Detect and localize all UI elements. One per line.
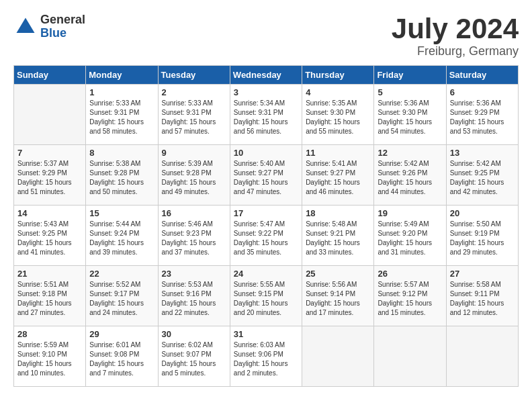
- calendar-cell: 9Sunrise: 5:39 AM Sunset: 9:28 PM Daylig…: [158, 145, 230, 205]
- header-tuesday: Tuesday: [158, 66, 230, 85]
- header-monday: Monday: [86, 66, 158, 85]
- day-number: 29: [89, 329, 154, 339]
- day-info: Sunrise: 5:59 AM Sunset: 9:10 PM Dayligh…: [17, 340, 82, 378]
- calendar-cell: 12Sunrise: 5:42 AM Sunset: 9:26 PM Dayli…: [374, 145, 446, 205]
- day-number: 17: [234, 208, 298, 218]
- logo-blue: Blue: [40, 27, 85, 40]
- day-info: Sunrise: 5:33 AM Sunset: 9:31 PM Dayligh…: [89, 99, 154, 136]
- calendar-cell: 4Sunrise: 5:35 AM Sunset: 9:30 PM Daylig…: [302, 85, 374, 145]
- calendar-week-3: 14Sunrise: 5:43 AM Sunset: 9:25 PM Dayli…: [14, 205, 519, 266]
- day-number: 18: [306, 208, 370, 218]
- day-info: Sunrise: 5:36 AM Sunset: 9:29 PM Dayligh…: [450, 99, 515, 136]
- day-info: Sunrise: 5:50 AM Sunset: 9:19 PM Dayligh…: [450, 220, 515, 257]
- calendar-cell: 21Sunrise: 5:51 AM Sunset: 9:18 PM Dayli…: [14, 266, 86, 326]
- day-info: Sunrise: 5:36 AM Sunset: 9:30 PM Dayligh…: [378, 99, 442, 136]
- day-info: Sunrise: 5:38 AM Sunset: 9:28 PM Dayligh…: [89, 159, 154, 197]
- calendar-cell: 5Sunrise: 5:36 AM Sunset: 9:30 PM Daylig…: [374, 85, 446, 145]
- day-number: 27: [450, 269, 515, 279]
- day-info: Sunrise: 5:57 AM Sunset: 9:12 PM Dayligh…: [378, 280, 442, 318]
- day-info: Sunrise: 5:37 AM Sunset: 9:29 PM Dayligh…: [17, 159, 82, 197]
- day-info: Sunrise: 5:42 AM Sunset: 9:26 PM Dayligh…: [378, 159, 442, 197]
- day-number: 25: [306, 269, 370, 279]
- header-friday: Friday: [374, 66, 446, 85]
- day-number: 9: [162, 148, 226, 158]
- calendar-cell: [374, 326, 446, 387]
- calendar-cell: 13Sunrise: 5:42 AM Sunset: 9:25 PM Dayli…: [446, 145, 518, 205]
- calendar-cell: 29Sunrise: 6:01 AM Sunset: 9:08 PM Dayli…: [86, 326, 158, 387]
- day-info: Sunrise: 5:34 AM Sunset: 9:31 PM Dayligh…: [234, 99, 298, 136]
- logo-general: General: [40, 13, 85, 27]
- day-info: Sunrise: 5:48 AM Sunset: 9:21 PM Dayligh…: [306, 220, 370, 257]
- day-info: Sunrise: 5:52 AM Sunset: 9:17 PM Dayligh…: [89, 280, 154, 318]
- day-info: Sunrise: 5:42 AM Sunset: 9:25 PM Dayligh…: [450, 159, 515, 197]
- day-info: Sunrise: 6:02 AM Sunset: 9:07 PM Dayligh…: [162, 340, 226, 378]
- day-number: 24: [234, 269, 298, 279]
- page-header: General Blue July 2024 Freiburg, Germany: [13, 13, 519, 58]
- day-number: 28: [17, 329, 82, 339]
- day-info: Sunrise: 6:01 AM Sunset: 9:08 PM Dayligh…: [89, 340, 154, 378]
- day-number: 30: [162, 329, 226, 339]
- calendar-cell: 6Sunrise: 5:36 AM Sunset: 9:29 PM Daylig…: [446, 85, 518, 145]
- day-number: 3: [234, 87, 298, 97]
- calendar-week-1: 1Sunrise: 5:33 AM Sunset: 9:31 PM Daylig…: [14, 85, 519, 145]
- day-number: 23: [162, 269, 226, 279]
- calendar-cell: 25Sunrise: 5:56 AM Sunset: 9:14 PM Dayli…: [302, 266, 374, 326]
- day-info: Sunrise: 5:49 AM Sunset: 9:20 PM Dayligh…: [378, 220, 442, 257]
- day-number: 31: [234, 329, 298, 339]
- day-info: Sunrise: 5:35 AM Sunset: 9:30 PM Dayligh…: [306, 99, 370, 136]
- header-wednesday: Wednesday: [230, 66, 302, 85]
- day-info: Sunrise: 5:40 AM Sunset: 9:27 PM Dayligh…: [234, 159, 298, 197]
- day-info: Sunrise: 5:58 AM Sunset: 9:11 PM Dayligh…: [450, 280, 515, 318]
- calendar-week-2: 7Sunrise: 5:37 AM Sunset: 9:29 PM Daylig…: [14, 145, 519, 205]
- day-number: 26: [378, 269, 442, 279]
- calendar-cell: 24Sunrise: 5:55 AM Sunset: 9:15 PM Dayli…: [230, 266, 302, 326]
- day-info: Sunrise: 5:51 AM Sunset: 9:18 PM Dayligh…: [17, 280, 82, 318]
- header-thursday: Thursday: [302, 66, 374, 85]
- day-number: 11: [306, 148, 370, 158]
- logo-icon: [13, 15, 38, 39]
- calendar-table: SundayMondayTuesdayWednesdayThursdayFrid…: [13, 65, 519, 387]
- calendar-cell: 31Sunrise: 6:03 AM Sunset: 9:06 PM Dayli…: [230, 326, 302, 387]
- calendar-cell: [446, 326, 518, 387]
- calendar-title-block: July 2024 Freiburg, Germany: [392, 13, 519, 58]
- calendar-cell: [14, 85, 86, 145]
- day-number: 4: [306, 87, 370, 97]
- svg-marker-0: [17, 17, 35, 33]
- day-number: 10: [234, 148, 298, 158]
- day-number: 22: [89, 269, 154, 279]
- calendar-cell: 28Sunrise: 5:59 AM Sunset: 9:10 PM Dayli…: [14, 326, 86, 387]
- day-info: Sunrise: 6:03 AM Sunset: 9:06 PM Dayligh…: [234, 340, 298, 378]
- calendar-cell: 23Sunrise: 5:53 AM Sunset: 9:16 PM Dayli…: [158, 266, 230, 326]
- calendar-header-row: SundayMondayTuesdayWednesdayThursdayFrid…: [14, 66, 519, 85]
- calendar-cell: 14Sunrise: 5:43 AM Sunset: 9:25 PM Dayli…: [14, 205, 86, 266]
- day-info: Sunrise: 5:56 AM Sunset: 9:14 PM Dayligh…: [306, 280, 370, 318]
- location-subtitle: Freiburg, Germany: [392, 44, 519, 58]
- calendar-cell: 2Sunrise: 5:33 AM Sunset: 9:31 PM Daylig…: [158, 85, 230, 145]
- calendar-cell: 8Sunrise: 5:38 AM Sunset: 9:28 PM Daylig…: [86, 145, 158, 205]
- calendar-cell: 17Sunrise: 5:47 AM Sunset: 9:22 PM Dayli…: [230, 205, 302, 266]
- day-info: Sunrise: 5:46 AM Sunset: 9:23 PM Dayligh…: [162, 220, 226, 257]
- day-info: Sunrise: 5:41 AM Sunset: 9:27 PM Dayligh…: [306, 159, 370, 197]
- day-info: Sunrise: 5:39 AM Sunset: 9:28 PM Dayligh…: [162, 159, 226, 197]
- day-number: 7: [17, 148, 82, 158]
- day-number: 2: [162, 87, 226, 97]
- day-number: 5: [378, 87, 442, 97]
- calendar-cell: [302, 326, 374, 387]
- day-info: Sunrise: 5:53 AM Sunset: 9:16 PM Dayligh…: [162, 280, 226, 318]
- day-info: Sunrise: 5:55 AM Sunset: 9:15 PM Dayligh…: [234, 280, 298, 318]
- calendar-cell: 19Sunrise: 5:49 AM Sunset: 9:20 PM Dayli…: [374, 205, 446, 266]
- calendar-cell: 10Sunrise: 5:40 AM Sunset: 9:27 PM Dayli…: [230, 145, 302, 205]
- calendar-cell: 7Sunrise: 5:37 AM Sunset: 9:29 PM Daylig…: [14, 145, 86, 205]
- calendar-body: 1Sunrise: 5:33 AM Sunset: 9:31 PM Daylig…: [14, 85, 519, 387]
- day-number: 19: [378, 208, 442, 218]
- day-info: Sunrise: 5:44 AM Sunset: 9:24 PM Dayligh…: [89, 220, 154, 257]
- logo-text: General Blue: [40, 13, 85, 40]
- calendar-cell: 16Sunrise: 5:46 AM Sunset: 9:23 PM Dayli…: [158, 205, 230, 266]
- calendar-cell: 18Sunrise: 5:48 AM Sunset: 9:21 PM Dayli…: [302, 205, 374, 266]
- calendar-cell: 3Sunrise: 5:34 AM Sunset: 9:31 PM Daylig…: [230, 85, 302, 145]
- month-year-title: July 2024: [392, 13, 519, 44]
- day-number: 15: [89, 208, 154, 218]
- day-number: 16: [162, 208, 226, 218]
- day-number: 13: [450, 148, 515, 158]
- day-info: Sunrise: 5:43 AM Sunset: 9:25 PM Dayligh…: [17, 220, 82, 257]
